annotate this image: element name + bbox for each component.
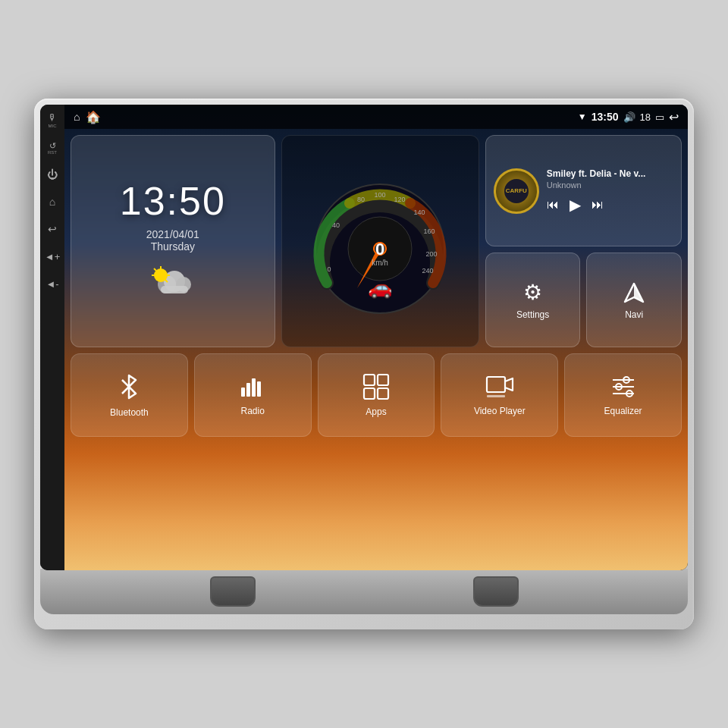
svg-text:100: 100: [375, 191, 386, 199]
svg-rect-31: [252, 378, 256, 397]
svg-text:0: 0: [328, 265, 331, 273]
prev-button[interactable]: ⏮: [547, 198, 559, 212]
mic-button[interactable]: 🎙 MIC: [44, 112, 61, 129]
right-panels: CARFU Smiley ft. Delia - Ne v... Unknown…: [485, 135, 682, 347]
home-button[interactable]: ⌂: [44, 194, 61, 211]
svg-text:0: 0: [375, 240, 384, 259]
clock-date: 2021/04/01 Thursday: [146, 228, 199, 253]
equalizer-button[interactable]: Equalizer: [564, 353, 682, 437]
bluetooth-button[interactable]: Bluetooth: [71, 353, 188, 437]
volume-icon: 🔊: [623, 111, 635, 123]
volume-value: 18: [640, 111, 651, 123]
svg-rect-38: [487, 395, 505, 397]
svg-text:80: 80: [357, 196, 365, 203]
next-button[interactable]: ⏭: [592, 198, 604, 212]
svg-text:160: 160: [424, 228, 435, 235]
speedometer-panel: 0 40 80 100 120 140 160 200 240: [281, 135, 479, 347]
svg-rect-30: [246, 383, 250, 397]
play-button[interactable]: ▶: [570, 196, 581, 214]
location-status-icon[interactable]: 🏠: [86, 110, 101, 124]
album-logo: CARFU: [504, 179, 529, 203]
status-time: 13:50: [592, 111, 619, 123]
clock-panel: 13:50 2021/04/01 Thursday: [71, 135, 275, 347]
battery-icon: ▭: [655, 111, 664, 123]
car-head-unit: 🎙 MIC ↺ RST ⏻ ⌂ ↩ ◄+ ◄-: [34, 99, 694, 629]
equalizer-icon: [610, 374, 637, 400]
equalizer-label: Equalizer: [604, 406, 642, 416]
svg-text:120: 120: [394, 196, 406, 203]
speedometer-svg: 0 40 80 100 120 140 160 200 240: [304, 165, 456, 317]
svg-line-9: [154, 268, 156, 271]
status-bar: ⌂ 🏠 ▼ 13:50 🔊 18 ▭ ↩: [64, 105, 688, 129]
device-mount: [40, 569, 688, 614]
bottom-row: Bluetooth Radio: [71, 353, 682, 437]
apps-label: Apps: [366, 406, 386, 417]
music-controls: ⏮ ▶ ⏭: [547, 196, 673, 214]
svg-text:240: 240: [422, 267, 434, 275]
main-screen: ⌂ 🏠 ▼ 13:50 🔊 18 ▭ ↩: [64, 105, 688, 570]
apps-button[interactable]: Apps: [318, 353, 435, 437]
top-row: 13:50 2021/04/01 Thursday: [71, 135, 682, 347]
screen-wrapper: 🎙 MIC ↺ RST ⏻ ⌂ ↩ ◄+ ◄-: [40, 105, 688, 570]
svg-rect-35: [364, 388, 375, 399]
music-album-art: CARFU: [494, 168, 539, 214]
svg-text:200: 200: [426, 250, 438, 258]
svg-text:40: 40: [332, 221, 340, 229]
video-label: Video Player: [474, 406, 526, 416]
bluetooth-label: Bluetooth: [110, 407, 149, 418]
volume-up-button[interactable]: ◄+: [44, 249, 61, 265]
svg-text:🚗: 🚗: [368, 275, 393, 300]
clock-time: 13:50: [120, 178, 226, 224]
status-bar-right: ▼ 13:50 🔊 18 ▭ ↩: [578, 110, 679, 124]
video-player-button[interactable]: Video Player: [441, 353, 558, 437]
settings-label: Settings: [516, 309, 549, 320]
side-buttons-panel: 🎙 MIC ↺ RST ⏻ ⌂ ↩ ◄+ ◄-: [40, 105, 64, 570]
svg-rect-32: [257, 381, 261, 397]
radio-icon: [239, 374, 266, 400]
apps-icon: [362, 373, 390, 400]
music-panel[interactable]: CARFU Smiley ft. Delia - Ne v... Unknown…: [485, 135, 682, 246]
svg-text:140: 140: [414, 209, 425, 216]
settings-gear-icon: ⚙: [523, 280, 542, 305]
status-bar-left: ⌂ 🏠: [74, 110, 101, 124]
bluetooth-icon: [116, 372, 142, 401]
video-icon: [485, 374, 514, 400]
svg-rect-3: [161, 286, 188, 293]
back-button[interactable]: ↩: [44, 221, 61, 238]
svg-rect-29: [241, 388, 245, 397]
settings-navi-row: ⚙ Settings Navi: [485, 253, 682, 347]
volume-down-button[interactable]: ◄-: [44, 276, 61, 293]
navi-label: Navi: [625, 309, 643, 320]
radio-button[interactable]: Radio: [194, 353, 312, 437]
power-button[interactable]: ⏻: [44, 167, 61, 184]
music-artist: Unknown: [547, 180, 673, 190]
svg-rect-34: [378, 375, 388, 385]
svg-text:km/h: km/h: [372, 259, 388, 267]
weather-icon: [150, 265, 196, 304]
svg-rect-37: [487, 377, 505, 392]
mount-bracket-left: [210, 576, 256, 607]
main-content-area: 13:50 2021/04/01 Thursday: [64, 129, 688, 570]
svg-rect-36: [378, 388, 388, 399]
settings-panel[interactable]: ⚙ Settings: [485, 253, 581, 347]
navigation-panel[interactable]: Navi: [586, 253, 682, 347]
back-status-icon[interactable]: ↩: [669, 110, 679, 124]
mount-bracket-right: [473, 576, 519, 607]
svg-rect-33: [364, 375, 375, 385]
music-info: Smiley ft. Delia - Ne v... Unknown ⏮ ▶ ⏭: [547, 168, 673, 214]
radio-label: Radio: [241, 406, 265, 416]
wifi-icon: ▼: [578, 111, 587, 122]
music-title: Smiley ft. Delia - Ne v...: [547, 168, 673, 179]
navi-icon: [622, 281, 646, 305]
rst-button[interactable]: ↺ RST: [44, 140, 61, 156]
home-status-icon[interactable]: ⌂: [74, 111, 80, 123]
